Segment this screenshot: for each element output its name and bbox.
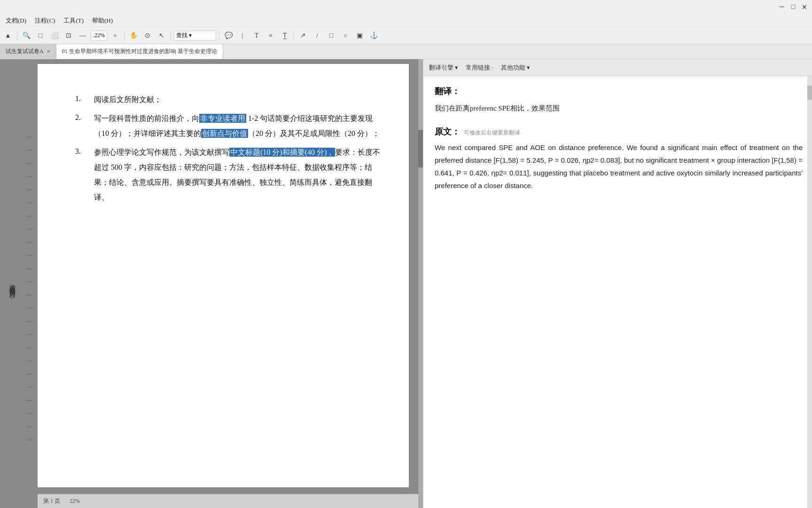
translation-text: 我们在距离preferenc SPE相比，效果范围 [435, 103, 803, 115]
minimize-button[interactable]: ─ [778, 3, 786, 11]
separator-1 [17, 31, 17, 40]
original-text[interactable]: We next compared SPE and AOE on distance… [435, 141, 803, 192]
separator-2 [124, 31, 125, 40]
line-dash-15: — [24, 314, 32, 327]
common-links-btn[interactable]: 常用链接 · [466, 64, 493, 72]
highlight-innovation: 创新点与价值 [201, 129, 248, 138]
line-dash-10: — [24, 248, 32, 262]
select-tool[interactable]: ↖ [156, 30, 168, 42]
right-scrollbar-thumb[interactable] [807, 86, 812, 100]
text-tool-1[interactable]: | [236, 30, 249, 42]
zoom-info: 22% [70, 498, 80, 505]
line-dash-4: — [24, 169, 32, 183]
right-panel: 翻译引擎 ▾ 常用链接 · 其他功能 ▾ 翻译： 我们在距离preferenc … [423, 59, 812, 508]
left-margin: 请在封线右侧写内容 [0, 59, 24, 508]
search-box[interactable]: 查找 ▾ [174, 31, 216, 41]
separator-3 [171, 31, 171, 40]
highlight-title-abstract: 中文标题(10 分)和摘要(40 分)， [229, 148, 335, 157]
page-tool[interactable]: □ [34, 30, 47, 42]
zoom-tool[interactable]: 🔍 [20, 30, 32, 42]
right-toolbar: 翻译引擎 ▾ 常用链接 · 其他功能 ▾ [423, 59, 812, 76]
question-1: 1. 阅读后文所附文献； [75, 92, 381, 107]
menu-comment[interactable]: 注程(C) [31, 16, 59, 26]
snap-tool[interactable]: ⊙ [141, 30, 154, 42]
vertical-text: 请在封线右侧写内容 [6, 278, 18, 290]
line-dash-7: — [24, 209, 32, 222]
arrow-tool[interactable]: ↗ [297, 30, 309, 42]
doc-scrollbar[interactable] [418, 59, 423, 508]
rect-tool[interactable]: □ [325, 30, 337, 42]
line-indicators: — — — — — — — — — — — — — — — — — — — — … [24, 130, 32, 446]
line-dash-18: — [24, 354, 32, 367]
menu-help[interactable]: 帮助(H) [88, 16, 117, 26]
line-dash-12: — [24, 275, 32, 288]
line-dash-3: — [24, 156, 32, 169]
separator-5 [294, 31, 294, 40]
minus-tool[interactable]: — [77, 30, 89, 42]
translate-engine-btn[interactable]: 翻译引擎 ▾ [429, 64, 458, 72]
line-dash-21: — [24, 393, 32, 406]
line-dash-19: — [24, 367, 32, 380]
line-dash-2: — [24, 143, 32, 156]
q2-num: 2. [75, 111, 94, 141]
line-dash-20: — [24, 380, 32, 393]
text-tool-2[interactable]: ≡ [265, 30, 277, 42]
tab-1-label: 试生复试试卷A [6, 48, 44, 56]
toolbar: ▲ 🔍 □ ⬜ ⊡ — .22% + ✋ ⊙ ↖ 查找 ▾ 💬 | T ≡ T̲… [0, 27, 812, 44]
stamp-tool[interactable]: ⚓ [367, 30, 380, 42]
question-2: 2. 写一段科普性质的前沿推介，向非专业读者用 1-2 句话简要介绍这项研究的主… [75, 111, 381, 141]
line-dash-24: — [24, 433, 32, 446]
tab-1[interactable]: 试生复试试卷A ✕ [0, 44, 56, 59]
line-tool[interactable]: / [311, 30, 323, 42]
menu-doc[interactable]: 文档(D) [2, 16, 30, 26]
circle-tool[interactable]: ○ [339, 30, 351, 42]
zoom-display[interactable]: .22% [91, 31, 107, 41]
document-page: 1. 阅读后文所附文献； 2. 写一段科普性质的前沿推介，向非专业读者用 1-2… [38, 64, 409, 487]
hand-tool[interactable]: ✋ [127, 30, 140, 42]
q3-body: 参照心理学论文写作规范，为该文献撰写中文标题(10 分)和摘要(40 分)，要求… [94, 145, 381, 205]
line-dash-11: — [24, 262, 32, 275]
page-wrapper: 1. 阅读后文所附文献； 2. 写一段科普性质的前沿推介，向非专业读者用 1-2… [38, 64, 418, 503]
line-dash-23: — [24, 420, 32, 433]
tab-1-close[interactable]: ✕ [47, 49, 50, 54]
other-features-btn[interactable]: 其他功能 ▾ [501, 64, 530, 72]
separator-4 [219, 31, 219, 40]
text-under[interactable]: T̲ [279, 30, 291, 42]
line-dash-17: — [24, 341, 32, 354]
doc-scrollbar-thumb[interactable] [418, 130, 423, 167]
doc-panel: 请在封线右侧写内容 — — — — — — — — — — — — — — — … [0, 59, 423, 508]
line-dash-22: — [24, 406, 32, 420]
main-area: 请在封线右侧写内容 — — — — — — — — — — — — — — — … [0, 59, 812, 508]
line-dash-8: — [24, 222, 32, 235]
close-button[interactable]: ✕ [801, 3, 808, 11]
right-scrollbar[interactable] [807, 76, 812, 508]
q3-num: 3. [75, 145, 94, 205]
tab-2-label: 01 生命早期环境不可预测性对过度进食的影响 基于生命史理论 [62, 48, 217, 56]
zoom-in[interactable]: + [109, 30, 121, 42]
question-3: 3. 参照心理学论文写作规范，为该文献撰写中文标题(10 分)和摘要(40 分)… [75, 145, 381, 205]
menu-tools[interactable]: 工具(T) [60, 16, 87, 26]
line-dash-13: — [24, 288, 32, 301]
menu-bar: 文档(D) 注程(C) 工具(T) 帮助(H) [0, 14, 812, 27]
q2-body: 写一段科普性质的前沿推介，向非专业读者用 1-2 句话简要介绍这项研究的主要发现… [94, 111, 381, 141]
highlight-nonpro: 非专业读者用 [199, 114, 246, 123]
area-tool[interactable]: ▣ [353, 30, 366, 42]
q1-body: 阅读后文所附文献； [94, 92, 381, 107]
q1-num: 1. [75, 92, 94, 107]
text-bold[interactable]: T [250, 30, 263, 42]
line-dash-9: — [24, 235, 32, 248]
fit-tool[interactable]: ⬜ [48, 30, 61, 42]
page-info: 第 1 页 [43, 497, 60, 505]
line-dash-6: — [24, 196, 32, 209]
page-bottom-bar: 第 1 页 22% [38, 494, 418, 508]
tab-bar: 试生复试试卷A ✕ 01 生命早期环境不可预测性对过度进食的影响 基于生命史理论 [0, 44, 812, 59]
line-dash-14: — [24, 301, 32, 314]
original-hint: 可修改后右键重新翻译 [464, 129, 520, 136]
line-dash-1: — [24, 130, 32, 143]
line-dash-16: — [24, 327, 32, 341]
pointer-tool[interactable]: ▲ [2, 30, 14, 42]
expand-tool[interactable]: ⊡ [62, 30, 75, 42]
maximize-button[interactable]: □ [789, 3, 797, 11]
note-tool[interactable]: 💬 [222, 30, 234, 42]
tab-2[interactable]: 01 生命早期环境不可预测性对过度进食的影响 基于生命史理论 [56, 44, 223, 59]
